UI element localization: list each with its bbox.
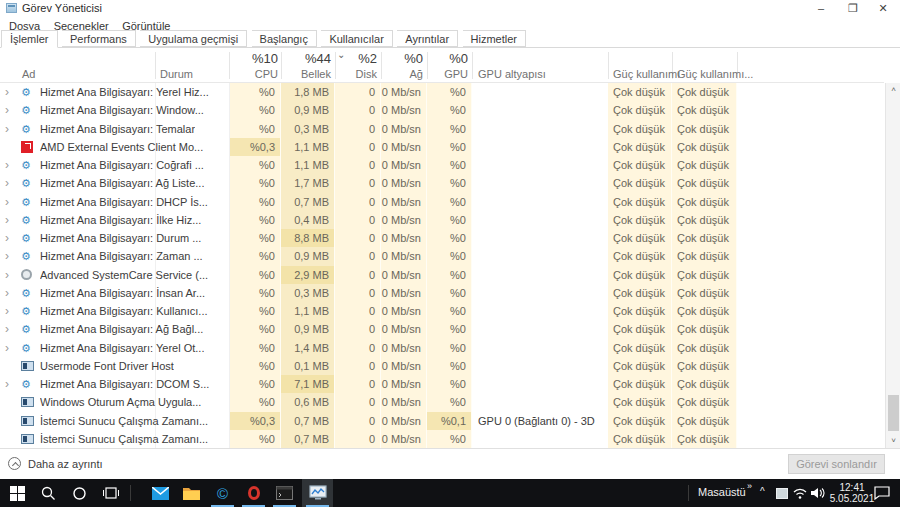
col-disk-percent[interactable]: %2 bbox=[335, 51, 377, 66]
process-row-4[interactable]: ›⚙Hizmet Ana Bilgisayarı: Coğrafi ...%01… bbox=[0, 156, 884, 174]
expander-icon[interactable]: › bbox=[5, 157, 15, 173]
search-button[interactable] bbox=[33, 479, 64, 507]
process-row-0[interactable]: ›⚙Hizmet Ana Bilgisayarı: Yerel Hiz...%0… bbox=[0, 83, 884, 101]
power-cell: Çok düşük bbox=[608, 101, 672, 119]
expander-icon[interactable]: › bbox=[5, 84, 15, 100]
process-row-6[interactable]: ›⚙Hizmet Ana Bilgisayarı: DHCP İs...%00,… bbox=[0, 193, 884, 211]
vertical-scrollbar[interactable]: ˄ ˅ bbox=[885, 83, 900, 448]
tab-startup[interactable]: Başlangıç bbox=[252, 30, 317, 47]
col-status[interactable]: Durum bbox=[160, 68, 193, 80]
expander-icon[interactable]: › bbox=[5, 102, 15, 118]
process-row-2[interactable]: ›⚙Hizmet Ana Bilgisayarı: Temalar%00,3 M… bbox=[0, 120, 884, 138]
tab-services[interactable]: Hizmetler bbox=[463, 30, 526, 47]
col-gpu-engine[interactable]: GPU altyapısı bbox=[478, 68, 546, 80]
col-gpu-percent[interactable]: %0 bbox=[427, 51, 468, 66]
expander-icon[interactable]: › bbox=[5, 303, 15, 319]
process-row-9[interactable]: ›⚙Hizmet Ana Bilgisayarı: Zaman ...%00,9… bbox=[0, 247, 884, 265]
process-row-12[interactable]: ›⚙Hizmet Ana Bilgisayarı: Kullanıcı...%0… bbox=[0, 302, 884, 320]
disk-cell: 0 MB/sn bbox=[335, 412, 381, 430]
process-row-10[interactable]: ›Advanced SystemCare Service (...%02,9 M… bbox=[0, 266, 884, 284]
mail-button[interactable] bbox=[145, 479, 176, 507]
ccleaner-button[interactable]: © bbox=[207, 479, 238, 507]
col-gpu[interactable]: GPU bbox=[427, 68, 468, 80]
process-name: AMD External Events Client Mo... bbox=[40, 138, 203, 156]
wifi-tray-button[interactable] bbox=[790, 479, 810, 507]
task-manager-button[interactable] bbox=[302, 479, 333, 507]
gpu-engine-cell bbox=[472, 120, 608, 138]
task-manager-icon bbox=[309, 485, 327, 501]
start-button[interactable] bbox=[2, 479, 33, 507]
process-row-5[interactable]: ›⚙Hizmet Ana Bilgisayarı: Ağ Liste...%01… bbox=[0, 174, 884, 192]
col-power-usage[interactable]: Güç kullanımı bbox=[613, 68, 680, 80]
process-row-8[interactable]: ›⚙Hizmet Ana Bilgisayarı: Durum ...%08,8… bbox=[0, 229, 884, 247]
expander-icon[interactable]: › bbox=[5, 212, 15, 228]
desktop-toolbar-label[interactable]: Masaüstü bbox=[698, 486, 746, 498]
process-name: Hizmet Ana Bilgisayarı: İnsan Ar... bbox=[40, 284, 205, 302]
expander-icon[interactable]: › bbox=[5, 248, 15, 264]
col-cpu-percent[interactable]: %10 bbox=[230, 51, 278, 66]
process-row-7[interactable]: ›⚙Hizmet Ana Bilgisayarı: İlke Hiz...%00… bbox=[0, 211, 884, 229]
process-row-19[interactable]: İstemci Sunucu Çalışma Zamanı...%00,7 MB… bbox=[0, 430, 884, 448]
process-row-3[interactable]: AMD External Events Client Mo...%0,31,1 … bbox=[0, 138, 884, 156]
process-row-11[interactable]: ›⚙Hizmet Ana Bilgisayarı: İnsan Ar...%00… bbox=[0, 284, 884, 302]
hidden-icons-chevron-icon[interactable]: ^ bbox=[760, 486, 765, 497]
scrollbar-thumb[interactable] bbox=[888, 395, 899, 431]
process-row-15[interactable]: Usermode Font Driver Host%00,1 MB0 MB/sn… bbox=[0, 357, 884, 375]
col-name[interactable]: Ad bbox=[22, 68, 35, 80]
speaker-icon bbox=[811, 487, 825, 499]
gpu-cell: %0,1 bbox=[427, 412, 472, 430]
toolbar-overflow-icon[interactable]: » bbox=[747, 481, 752, 491]
expander-icon[interactable]: › bbox=[5, 285, 15, 301]
process-row-16[interactable]: ›⚙Hizmet Ana Bilgisayarı: DCOM S...%07,1… bbox=[0, 375, 884, 393]
col-memory-percent[interactable]: %44 bbox=[281, 51, 331, 66]
power-trend-cell: Çok düşük bbox=[672, 357, 737, 375]
file-explorer-button[interactable] bbox=[176, 479, 207, 507]
expander-icon[interactable]: › bbox=[5, 376, 15, 392]
display-tray-button[interactable] bbox=[772, 479, 792, 507]
disk-cell: 0 MB/sn bbox=[335, 174, 381, 192]
tab-performance[interactable]: Performans bbox=[62, 30, 136, 47]
tab-app-history[interactable]: Uygulama geçmişi bbox=[140, 30, 247, 47]
cortana-button[interactable] bbox=[64, 479, 95, 507]
col-power-usage-trend[interactable]: Güç kullanımı... bbox=[677, 68, 753, 80]
process-row-13[interactable]: ›⚙Hizmet Ana Bilgisayarı: Ağ Bağl...%00,… bbox=[0, 320, 884, 338]
net-cell: 0 Mb/sn bbox=[381, 339, 427, 357]
fewer-details-toggle[interactable]: Daha az ayrıntı bbox=[28, 458, 103, 470]
tab-processes[interactable]: İşlemler bbox=[1, 30, 58, 48]
expander-icon[interactable]: › bbox=[5, 340, 15, 356]
col-cpu[interactable]: CPU bbox=[230, 68, 278, 80]
process-name: Hizmet Ana Bilgisayarı: DCOM S... bbox=[40, 375, 209, 393]
expander-icon[interactable]: › bbox=[5, 121, 15, 137]
tab-details[interactable]: Ayrıntılar bbox=[397, 30, 458, 47]
tab-users[interactable]: Kullanıcılar bbox=[321, 30, 392, 47]
mem-cell: 0,3 MB bbox=[281, 120, 335, 138]
expander-icon[interactable]: › bbox=[5, 321, 15, 337]
expander-icon[interactable]: › bbox=[5, 175, 15, 191]
process-row-1[interactable]: ›⚙Hizmet Ana Bilgisayarı: Window...%00,9… bbox=[0, 101, 884, 119]
console-button[interactable] bbox=[269, 479, 300, 507]
action-center-button[interactable] bbox=[868, 479, 896, 507]
scroll-up-icon[interactable]: ˄ bbox=[886, 83, 900, 97]
process-row-14[interactable]: ›⚙Hizmet Ana Bilgisayarı: Yerel Ot...%01… bbox=[0, 339, 884, 357]
expander-icon[interactable]: › bbox=[5, 230, 15, 246]
col-network-percent[interactable]: %0 bbox=[381, 51, 423, 66]
gpu-engine-cell bbox=[472, 211, 608, 229]
expander-icon[interactable]: › bbox=[5, 194, 15, 210]
end-task-button[interactable]: Görevi sonlandır bbox=[788, 454, 885, 474]
col-memory[interactable]: Bellek bbox=[281, 68, 331, 80]
net-cell: 0 Mb/sn bbox=[381, 120, 427, 138]
process-row-17[interactable]: Windows Oturum Açma Uygula...%00,6 MB0 M… bbox=[0, 393, 884, 411]
volume-tray-button[interactable] bbox=[808, 479, 828, 507]
scroll-down-icon[interactable]: ˅ bbox=[886, 434, 900, 448]
col-disk[interactable]: Disk bbox=[335, 68, 377, 80]
col-network[interactable]: Ağ bbox=[381, 68, 423, 80]
expander-icon[interactable]: › bbox=[5, 267, 15, 283]
process-row-18[interactable]: İstemci Sunucu Çalışma Zamanı...%0,30,7 … bbox=[0, 412, 884, 430]
task-view-button[interactable] bbox=[95, 479, 126, 507]
opera-button[interactable] bbox=[238, 479, 269, 507]
task-view-icon bbox=[103, 486, 119, 500]
mem-cell: 0,7 MB bbox=[281, 412, 335, 430]
service-gear-icon: ⚙ bbox=[21, 287, 33, 299]
fewer-details-icon[interactable] bbox=[8, 457, 21, 470]
disk-cell: 0 MB/sn bbox=[335, 430, 381, 448]
